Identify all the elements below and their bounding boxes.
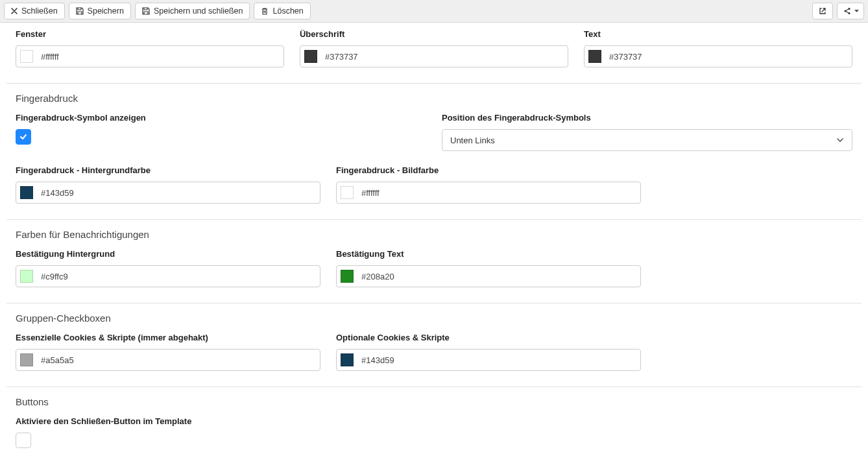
color-value-essential[interactable]: [40, 355, 316, 366]
field-fingerprint-bg: Fingerabdruck - Hintergrundfarbe: [16, 165, 320, 204]
swatch-confirm-bg: [20, 270, 33, 283]
color-input-confirm-text[interactable]: [336, 265, 641, 287]
label-window: Fenster: [16, 29, 284, 39]
swatch-heading: [304, 50, 317, 63]
label-optional-cookies: Optionale Cookies & Skripte: [336, 333, 641, 342]
field-enable-close-button: Aktiviere den Schließen-Button im Templa…: [16, 416, 191, 448]
color-value-fingerprint-img[interactable]: [360, 187, 636, 198]
save-close-button-label: Speichern und schließen: [154, 6, 243, 16]
close-button-label: Schließen: [21, 6, 58, 16]
check-icon: [19, 132, 28, 141]
swatch-fingerprint-bg: [20, 186, 33, 199]
close-button[interactable]: Schließen: [4, 3, 65, 19]
color-value-confirm-text[interactable]: [360, 271, 636, 282]
field-window-color: Fenster: [16, 29, 284, 67]
notifications-section: Farben für Benachrichtigungen Bestätigun…: [6, 220, 862, 303]
color-input-fingerprint-img[interactable]: [336, 182, 641, 204]
field-essential-cookies: Essenzielle Cookies & Skripte (immer abg…: [16, 333, 320, 371]
color-input-fingerprint-bg[interactable]: [16, 182, 320, 204]
save-close-icon: [142, 7, 150, 15]
select-fingerprint-position[interactable]: Unten Links: [442, 129, 852, 151]
color-value-optional[interactable]: [360, 355, 636, 366]
fingerprint-section: Fingerabdruck Fingerabdruck-Symbol anzei…: [6, 84, 862, 220]
chevron-down-icon: [836, 137, 844, 143]
checkbox-show-fingerprint[interactable]: [16, 129, 31, 145]
save-button[interactable]: Speichern: [69, 3, 131, 19]
label-heading: Überschrift: [300, 29, 568, 39]
external-link-icon: [818, 6, 827, 16]
section-title-buttons: Buttons: [16, 396, 852, 407]
section-title-fingerprint: Fingerabdruck: [16, 93, 852, 104]
field-heading-color: Überschrift: [300, 29, 568, 67]
section-title-group-checkboxes: Gruppen-Checkboxen: [16, 313, 852, 324]
color-value-window[interactable]: [40, 51, 280, 62]
colors-section: Fenster Überschrift Text: [6, 23, 862, 84]
color-input-optional[interactable]: [336, 349, 641, 371]
label-fingerprint-position: Position des Fingerabdruck-Symbols: [442, 113, 852, 123]
color-value-heading[interactable]: [324, 51, 564, 62]
trash-icon: [261, 7, 269, 15]
field-optional-cookies: Optionale Cookies & Skripte: [336, 333, 641, 371]
color-input-confirm-bg[interactable]: [16, 265, 320, 287]
label-text: Text: [584, 29, 852, 39]
swatch-essential: [20, 353, 33, 366]
form-content: Fenster Überschrift Text: [0, 23, 868, 476]
color-value-fingerprint-bg[interactable]: [40, 187, 316, 198]
color-value-text[interactable]: [608, 51, 848, 62]
color-input-essential[interactable]: [16, 349, 320, 371]
select-value-fingerprint-position: Unten Links: [450, 136, 495, 145]
label-fingerprint-img: Fingerabdruck - Bildfarbe: [336, 165, 641, 175]
toolbar: Schließen Speichern Speichern und schlie…: [0, 0, 868, 23]
x-icon: [11, 8, 18, 14]
label-confirm-bg: Bestätigung Hintergrund: [16, 249, 320, 259]
label-enable-close-button: Aktiviere den Schließen-Button im Templa…: [16, 416, 191, 426]
checkbox-enable-close-button[interactable]: [16, 433, 31, 448]
save-close-button[interactable]: Speichern und schließen: [135, 3, 250, 19]
label-confirm-text: Bestätigung Text: [336, 249, 641, 259]
group-checkboxes-section: Gruppen-Checkboxen Essenzielle Cookies &…: [6, 303, 862, 387]
section-title-notifications: Farben für Benachrichtigungen: [16, 229, 852, 240]
color-value-confirm-bg[interactable]: [40, 271, 316, 282]
open-external-button[interactable]: [812, 3, 833, 19]
swatch-window: [20, 50, 33, 63]
save-button-label: Speichern: [88, 6, 124, 16]
swatch-text: [588, 50, 601, 63]
field-confirm-text: Bestätigung Text: [336, 249, 641, 287]
swatch-confirm-text: [341, 270, 354, 283]
label-essential-cookies: Essenzielle Cookies & Skripte (immer abg…: [16, 333, 320, 342]
color-input-heading[interactable]: [300, 45, 568, 67]
delete-button[interactable]: Löschen: [254, 3, 310, 19]
field-text-color: Text: [584, 29, 852, 67]
swatch-optional: [341, 353, 354, 366]
swatch-fingerprint-img: [341, 186, 354, 199]
color-input-text[interactable]: [584, 45, 852, 67]
label-show-fingerprint: Fingerabdruck-Symbol anzeigen: [16, 113, 426, 123]
share-dropdown-button[interactable]: [837, 3, 864, 19]
caret-down-icon: [854, 10, 859, 12]
field-confirm-bg: Bestätigung Hintergrund: [16, 249, 320, 287]
share-icon: [843, 6, 852, 16]
field-fingerprint-position: Position des Fingerabdruck-Symbols Unten…: [442, 113, 852, 151]
save-icon: [76, 7, 84, 15]
delete-button-label: Löschen: [272, 6, 303, 16]
buttons-section: Buttons Aktiviere den Schließen-Button i…: [6, 387, 862, 464]
field-fingerprint-img: Fingerabdruck - Bildfarbe: [336, 165, 641, 204]
label-fingerprint-bg: Fingerabdruck - Hintergrundfarbe: [16, 165, 320, 175]
color-input-window[interactable]: [16, 45, 284, 67]
field-show-fingerprint: Fingerabdruck-Symbol anzeigen: [16, 113, 426, 151]
